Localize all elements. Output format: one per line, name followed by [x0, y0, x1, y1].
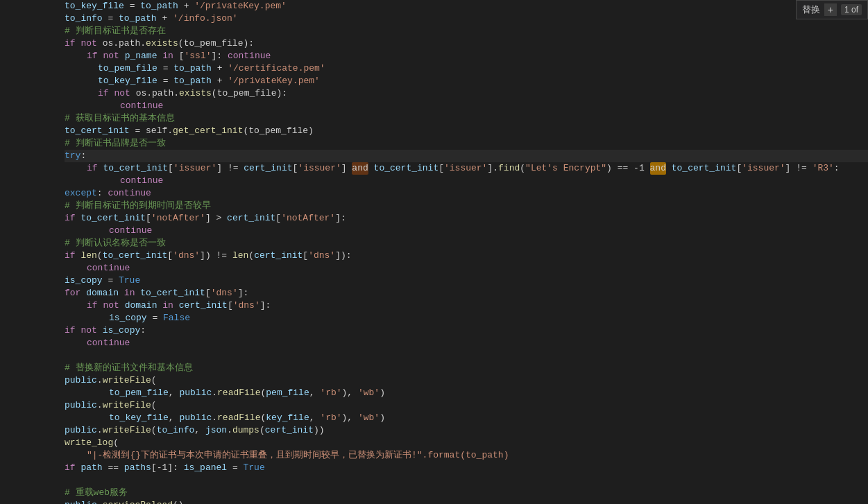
gutter-line-10	[0, 112, 53, 125]
find-plus-button[interactable]: +	[824, 3, 837, 16]
gutter-line-32	[0, 387, 53, 399]
gutter-line-16	[0, 187, 53, 200]
code-line-25: if not domain in cert_init [ 'dns' ]:	[65, 299, 868, 312]
code-line-29	[65, 349, 868, 362]
gutter-line-29	[0, 349, 53, 362]
gutter-line-36	[0, 437, 53, 449]
code-line-12: # 判断证书品牌是否一致	[65, 137, 868, 150]
gutter-line-18	[0, 212, 53, 225]
code-line-26: is_copy = False	[65, 312, 868, 324]
gutter-line-19	[0, 225, 53, 237]
find-label: 替换	[802, 3, 820, 16]
gutter-line-11	[0, 125, 53, 137]
code-line-15: continue	[65, 175, 868, 187]
gutter-line-1	[0, 0, 53, 12]
code-line-35: public . writeFile ( to_info , json . du…	[65, 424, 868, 437]
gutter-line-39	[0, 474, 53, 487]
line-numbers	[0, 0, 59, 504]
code-line-30: # 替换新的证书文件和基本信息	[65, 362, 868, 374]
gutter-line-22	[0, 262, 53, 275]
code-line-18: if to_cert_init [ 'notAfter' ] > cert_in…	[65, 212, 868, 225]
gutter-line-35	[0, 424, 53, 437]
gutter-line-27	[0, 324, 53, 337]
gutter-line-15	[0, 175, 53, 187]
code-line-4: if not os.path. exists (to_pem_file):	[65, 37, 868, 50]
find-count: 1 of	[841, 4, 862, 15]
gutter-line-23	[0, 275, 53, 287]
code-area[interactable]: 替换 + 1 of to_key_file = to_path + '/priv…	[59, 0, 868, 504]
editor-container: 替换 + 1 of to_key_file = to_path + '/priv…	[0, 0, 868, 504]
code-line-11: to_cert_init = self. get_cert_init (to_p…	[65, 125, 868, 137]
gutter-line-28	[0, 337, 53, 349]
gutter-line-12	[0, 137, 53, 150]
code-line-32: to_pem_file , public . readFile ( pem_fi…	[65, 387, 868, 399]
code-line-17: # 判断目标证书的到期时间是否较早	[65, 200, 868, 212]
code-line-20: # 判断认识名称是否一致	[65, 237, 868, 250]
code-line-1: to_key_file = to_path + '/privateKey.pem…	[65, 0, 868, 12]
gutter-line-13	[0, 150, 53, 162]
gutter-line-6	[0, 62, 53, 75]
code-line-33: public . writeFile (	[65, 399, 868, 412]
gutter-line-14	[0, 162, 53, 175]
gutter-line-38	[0, 462, 53, 474]
code-line-38: if path == paths [-1]: is_panel = True	[65, 462, 868, 474]
code-line-39	[65, 474, 868, 487]
gutter-line-3	[0, 25, 53, 37]
gutter-line-8	[0, 87, 53, 100]
gutter-line-40	[0, 487, 53, 499]
find-widget[interactable]: 替换 + 1 of	[796, 0, 868, 19]
gutter-line-26	[0, 312, 53, 324]
code-line-27: if not is_copy :	[65, 324, 868, 337]
code-line-7: to_key_file = to_path + '/privateKey.pem…	[65, 75, 868, 87]
gutter-line-9	[0, 100, 53, 112]
code-line-22: continue	[65, 262, 868, 275]
gutter-line-37	[0, 449, 53, 462]
gutter-line-5	[0, 50, 53, 62]
gutter-line-2	[0, 12, 53, 25]
code-line-10: # 获取目标证书的基本信息	[65, 112, 868, 125]
code-line-16: except : continue	[65, 187, 868, 200]
code-line-34: to_key_file , public . readFile ( key_fi…	[65, 412, 868, 424]
gutter-line-25	[0, 299, 53, 312]
code-line-41: public . serviceReload ()	[65, 499, 868, 504]
code-line-6: to_pem_file = to_path + '/certificate.pe…	[65, 62, 868, 75]
code-line-13: try :	[65, 150, 868, 162]
code-line-9: continue	[65, 100, 868, 112]
code-line-31: public . writeFile (	[65, 374, 868, 387]
gutter-line-20	[0, 237, 53, 250]
code-line-40: # 重载web服务	[65, 487, 868, 499]
code-line-19: continue	[65, 225, 868, 237]
code-line-24: for domain in to_cert_init [ 'dns' ]:	[65, 287, 868, 299]
gutter-line-4	[0, 37, 53, 50]
gutter-line-24	[0, 287, 53, 299]
gutter-line-30	[0, 362, 53, 374]
code-line-2: to_info = to_path + '/info.json'	[65, 12, 868, 25]
code-line-14: if to_cert_init [ 'issuer' ] != cert_ini…	[65, 162, 868, 175]
gutter-line-31	[0, 374, 53, 387]
code-line-28: continue	[65, 337, 868, 349]
code-line-36: write_log (	[65, 437, 868, 449]
code-line-5: if not p_name in [ 'ssl' ]: continue	[65, 50, 868, 62]
gutter-line-34	[0, 412, 53, 424]
code-line-8: if not os.path. exists (to_pem_file):	[65, 87, 868, 100]
gutter-line-7	[0, 75, 53, 87]
code-line-3: # 判断目标证书是否存在	[65, 25, 868, 37]
gutter-line-21	[0, 250, 53, 262]
code-line-21: if len ( to_cert_init [ 'dns' ]) != len …	[65, 250, 868, 262]
code-line-37: "|-检测到{}下的证书与本次申请的证书重叠，且到期时间较早，已替换为新证书!"…	[65, 449, 868, 462]
gutter-line-17	[0, 200, 53, 212]
gutter-line-33	[0, 399, 53, 412]
code-line-23: is_copy = True	[65, 275, 868, 287]
